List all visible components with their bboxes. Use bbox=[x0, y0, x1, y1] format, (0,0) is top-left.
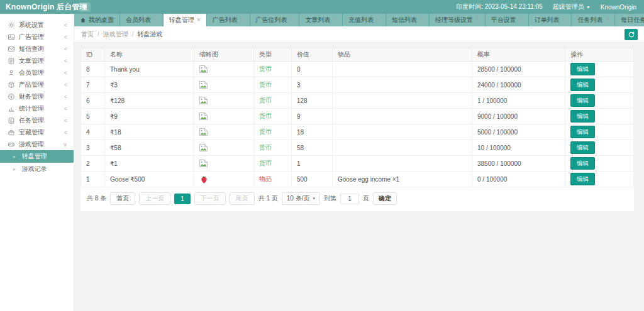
sidebar-item-article[interactable]: 文章管理< bbox=[0, 55, 74, 67]
sidebar-item-mail[interactable]: 短信查询< bbox=[0, 43, 74, 55]
close-icon[interactable]: × bbox=[333, 17, 336, 23]
sidebar-item-label: 财务管理 bbox=[19, 92, 44, 101]
role-dropdown[interactable]: 超级管理员▼ bbox=[553, 3, 591, 11]
close-icon[interactable]: × bbox=[376, 17, 380, 23]
tab-item-7[interactable]: 短信列表× bbox=[386, 14, 429, 26]
sidebar-subitem-label: 转盘管理 bbox=[22, 152, 47, 161]
sidebar-subitem-label: 游戏记录 bbox=[22, 165, 47, 173]
hamburger-menu-icon[interactable]: ≡ bbox=[79, 3, 91, 12]
sidebar-item-finance[interactable]: 财务管理< bbox=[0, 90, 74, 102]
prev-page-button[interactable]: 上一页 bbox=[139, 192, 170, 205]
sidebar-item-gear[interactable]: 系统设置< bbox=[0, 19, 74, 31]
close-icon[interactable]: × bbox=[240, 17, 244, 23]
app-window: KnownOrigin 后台管理 ≡ 印度时间: 2023-05-14 23:1… bbox=[0, 0, 644, 311]
sidebar-subitem-1[interactable]: >游戏记录 bbox=[0, 163, 74, 175]
chevron-left-icon: < bbox=[64, 82, 67, 88]
breadcrumb-current: 转盘游戏 bbox=[128, 30, 163, 39]
tab-item-12[interactable]: 每日任务× bbox=[615, 14, 644, 26]
chevron-left-icon: < bbox=[64, 22, 67, 28]
edit-button[interactable]: 编辑 bbox=[570, 126, 595, 138]
tab-item-6[interactable]: 充值列表× bbox=[343, 14, 386, 26]
broken-image-icon bbox=[199, 97, 208, 104]
tab-item-10[interactable]: 订单列表× bbox=[529, 14, 572, 26]
goto-confirm-button[interactable]: 确定 bbox=[373, 192, 397, 205]
tab-label: 文章列表 bbox=[305, 14, 330, 26]
sidebar-item-game[interactable]: 游戏管理∨ bbox=[0, 138, 74, 150]
treasure-icon bbox=[8, 129, 15, 136]
close-icon[interactable]: × bbox=[419, 17, 423, 23]
cell-thumbnail bbox=[194, 77, 254, 93]
goto-suffix-label: 页 bbox=[363, 194, 369, 203]
home-icon bbox=[80, 17, 86, 23]
goto-page-input[interactable] bbox=[340, 194, 359, 204]
edit-button[interactable]: 编辑 bbox=[570, 173, 595, 185]
tab-item-2[interactable]: 转盘管理× bbox=[164, 14, 206, 26]
tab-item-1[interactable]: 会员列表× bbox=[120, 14, 163, 26]
tab-item-9[interactable]: 平台设置× bbox=[486, 14, 528, 26]
broken-image-icon bbox=[199, 128, 208, 136]
edit-button[interactable]: 编辑 bbox=[570, 94, 595, 107]
next-page-button[interactable]: 下一页 bbox=[194, 192, 226, 205]
chevron-down-icon: ∨ bbox=[63, 141, 67, 148]
image-icon bbox=[8, 33, 15, 41]
cell-rate: 0 / 100000 bbox=[472, 172, 565, 187]
tab-item-8[interactable]: 经理等级设置× bbox=[430, 14, 485, 26]
sidebar-item-treasure[interactable]: 宝藏管理< bbox=[0, 126, 74, 138]
tab-item-4[interactable]: 广告位列表× bbox=[250, 14, 299, 26]
close-icon[interactable]: × bbox=[290, 17, 294, 23]
tab-desktop[interactable]: 我的桌面 bbox=[74, 14, 119, 26]
tab-label: 广告位列表 bbox=[256, 14, 287, 26]
cell-thumbnail bbox=[194, 140, 254, 156]
stats-icon bbox=[8, 105, 15, 112]
username-label[interactable]: KnownOrigin bbox=[601, 4, 636, 11]
cell-actions: 编辑 bbox=[565, 77, 634, 93]
edit-button[interactable]: 编辑 bbox=[570, 110, 595, 123]
per-page-select[interactable]: 10 条/页 ▾ bbox=[282, 192, 320, 205]
header-right: 印度时间: 2023-05-14 23:11:05 超级管理员▼ KnownOr… bbox=[456, 3, 644, 11]
sidebar-item-product[interactable]: 产品管理< bbox=[0, 79, 74, 90]
breadcrumb-link-0[interactable]: 首页 bbox=[81, 30, 94, 39]
close-icon[interactable]: × bbox=[605, 17, 609, 23]
table-body: 8Thank you货币028500 / 100000编辑7₹3货币324000… bbox=[81, 62, 634, 187]
tab-item-3[interactable]: 广告列表× bbox=[207, 14, 250, 26]
edit-button[interactable]: 编辑 bbox=[570, 79, 595, 91]
sidebar-item-user[interactable]: 会员管理< bbox=[0, 67, 74, 79]
sidebar-item-label: 产品管理 bbox=[19, 80, 44, 89]
edit-button[interactable]: 编辑 bbox=[570, 63, 595, 75]
cell-name: ₹1 bbox=[105, 156, 194, 172]
chevron-left-icon: < bbox=[64, 70, 67, 76]
close-icon[interactable]: × bbox=[197, 17, 201, 23]
sidebar-item-image[interactable]: 广告管理< bbox=[0, 31, 74, 43]
page-1-button[interactable]: 1 bbox=[174, 194, 191, 204]
tab-label: 平台设置 bbox=[491, 14, 516, 26]
sidebar-item-task[interactable]: 任务管理< bbox=[0, 114, 74, 126]
tab-item-5[interactable]: 文章列表× bbox=[299, 14, 342, 26]
cell-type: 货币 bbox=[254, 124, 292, 140]
close-icon[interactable]: × bbox=[519, 17, 523, 23]
broken-image-icon bbox=[199, 112, 208, 120]
cell-item bbox=[333, 62, 472, 77]
cell-item: Goose egg income ×1 bbox=[333, 172, 472, 187]
chevron-left-icon: < bbox=[64, 58, 67, 64]
last-page-button[interactable]: 尾页 bbox=[230, 192, 255, 205]
refresh-button[interactable] bbox=[625, 29, 638, 40]
first-page-button[interactable]: 首页 bbox=[110, 192, 135, 205]
sidebar-item-stats[interactable]: 统计管理< bbox=[0, 102, 74, 114]
cell-value: 0 bbox=[292, 62, 333, 77]
chevron-right-icon: > bbox=[13, 154, 16, 160]
close-icon[interactable]: × bbox=[475, 17, 479, 23]
sidebar-subitem-0[interactable]: >转盘管理 bbox=[0, 150, 74, 163]
cell-id: 8 bbox=[81, 62, 105, 77]
tab-item-11[interactable]: 任务列表× bbox=[572, 14, 614, 26]
close-icon[interactable]: × bbox=[562, 17, 566, 23]
cell-rate: 5000 / 100000 bbox=[472, 124, 565, 140]
breadcrumb: 首页游戏管理转盘游戏 bbox=[81, 30, 163, 39]
close-icon[interactable]: × bbox=[153, 17, 157, 23]
cell-value: 3 bbox=[292, 77, 333, 93]
breadcrumb-link-1[interactable]: 游戏管理 bbox=[94, 30, 128, 39]
edit-button[interactable]: 编辑 bbox=[570, 141, 595, 154]
chevron-left-icon: < bbox=[64, 117, 67, 124]
chevron-right-icon: > bbox=[13, 166, 16, 172]
tab-label: 每日任务 bbox=[621, 14, 644, 26]
edit-button[interactable]: 编辑 bbox=[570, 157, 595, 170]
